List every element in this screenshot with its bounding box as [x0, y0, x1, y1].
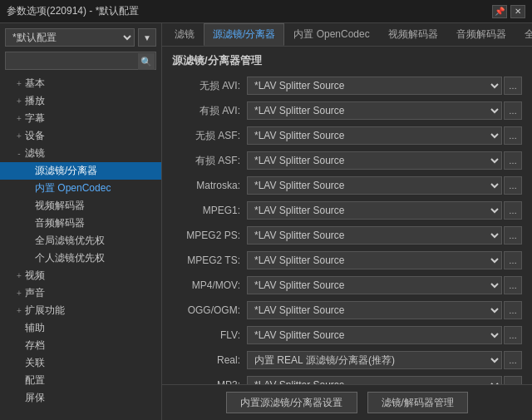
- expand-icon-extend: +: [13, 306, 25, 315]
- tab-video[interactable]: 视频解码器: [379, 23, 447, 46]
- profile-selector: *默认配置 ▼: [0, 23, 161, 50]
- tree-item-extend[interactable]: +扩展功能: [0, 302, 161, 319]
- close-button[interactable]: ✕: [510, 5, 525, 18]
- form-extra-btn-6[interactable]: …: [504, 226, 522, 245]
- tree-item-filter-video[interactable]: 视频解码器: [0, 197, 161, 215]
- form-select-0[interactable]: *LAV Splitter Source: [247, 77, 502, 95]
- form-row-5: MPEG1:*LAV Splitter Source…: [172, 200, 522, 221]
- tree-label-audio: 声音: [25, 286, 45, 300]
- tree-item-screen[interactable]: 屏保: [0, 389, 161, 407]
- form-select-12[interactable]: *LAV Splitter Source: [247, 376, 502, 384]
- bottom-buttons: 内置源滤镜/分离器设置 滤镜/解码器管理: [162, 384, 532, 420]
- form-extra-btn-10[interactable]: …: [504, 326, 522, 344]
- tree-item-config[interactable]: 配置: [0, 372, 161, 389]
- form-extra-btn-12[interactable]: …: [504, 376, 522, 384]
- form-select-2[interactable]: *LAV Splitter Source: [247, 126, 502, 145]
- form-control-group-12: *LAV Splitter Source…: [247, 376, 522, 384]
- profile-action-button[interactable]: ▼: [138, 28, 156, 47]
- title-bar-buttons: 📌 ✕: [492, 5, 525, 18]
- form-select-11[interactable]: 内置 REAL 源滤镜/分离器(推荐): [247, 351, 502, 369]
- form-select-9[interactable]: *LAV Splitter Source: [247, 301, 502, 319]
- form-row-11: Real:内置 REAL 源滤镜/分离器(推荐)…: [172, 349, 522, 371]
- tree-label-filter-global: 全局滤镜优先权: [35, 234, 105, 248]
- form-control-group-5: *LAV Splitter Source…: [247, 201, 522, 220]
- tree-label-device: 设备: [25, 129, 45, 143]
- tree-item-subtitle[interactable]: +字幕: [0, 110, 161, 127]
- search-button[interactable]: 🔍: [138, 53, 155, 70]
- tree-item-aux[interactable]: 辅助: [0, 319, 161, 337]
- form-select-10[interactable]: *LAV Splitter Source: [247, 326, 502, 344]
- tree-item-basic[interactable]: +基本: [0, 75, 161, 92]
- form-row-0: 无损 AVI:*LAV Splitter Source…: [172, 75, 522, 96]
- tree-label-filter: 滤镜: [25, 146, 45, 161]
- form-control-group-0: *LAV Splitter Source…: [247, 77, 522, 95]
- tree-item-filter-audio[interactable]: 音频解码器: [0, 215, 161, 232]
- form-label-7: MPEG2 TS:: [172, 254, 247, 266]
- form-extra-btn-5[interactable]: …: [504, 201, 522, 220]
- tab-all[interactable]: 全: [515, 23, 532, 46]
- form-label-1: 有损 AVI:: [172, 104, 247, 118]
- form-label-9: OGG/OGM:: [172, 304, 247, 316]
- builtin-settings-button[interactable]: 内置源滤镜/分离器设置: [226, 392, 357, 413]
- expand-icon-device: +: [13, 131, 25, 141]
- form-control-group-7: *LAV Splitter Source…: [247, 251, 522, 269]
- tree-label-aux: 辅助: [25, 321, 45, 335]
- tab-splitter[interactable]: 源滤镜/分离器: [204, 23, 284, 46]
- tree-item-filter-splitter[interactable]: 源滤镜/分离器: [0, 162, 161, 180]
- tree-item-video[interactable]: +视频: [0, 267, 161, 284]
- expand-icon-play: +: [13, 96, 25, 106]
- right-panel: 滤镜源滤镜/分离器内置 OpenCodec视频解码器音频解码器全◀▶ 源滤镜/分…: [162, 23, 532, 420]
- tab-filter[interactable]: 滤镜: [165, 23, 204, 46]
- main-layout: *默认配置 ▼ 🔍 +基本+播放+字幕+设备-滤镜源滤镜/分离器内置 OpenC…: [0, 23, 532, 420]
- form-row-9: OGG/OGM:*LAV Splitter Source…: [172, 299, 522, 321]
- form-label-8: MP4/MOV:: [172, 279, 247, 291]
- form-extra-btn-7[interactable]: …: [504, 251, 522, 269]
- tree-item-device[interactable]: +设备: [0, 127, 161, 145]
- form-label-5: MPEG1:: [172, 205, 247, 216]
- form-row-10: FLV:*LAV Splitter Source…: [172, 324, 522, 346]
- tree-item-filter-opencodec[interactable]: 内置 OpenCodec: [0, 180, 161, 197]
- tree-item-storage[interactable]: 存档: [0, 337, 161, 354]
- form-label-0: 无损 AVI:: [172, 79, 247, 93]
- form-extra-btn-1[interactable]: …: [504, 101, 522, 120]
- manage-button[interactable]: 滤镜/解码器管理: [367, 392, 468, 413]
- tree-label-config: 配置: [25, 373, 45, 388]
- form-control-group-4: *LAV Splitter Source…: [247, 176, 522, 195]
- form-label-11: Real:: [172, 354, 247, 366]
- form-extra-btn-4[interactable]: …: [504, 176, 522, 195]
- form-extra-btn-2[interactable]: …: [504, 126, 522, 145]
- form-row-2: 无损 ASF:*LAV Splitter Source…: [172, 125, 522, 146]
- tab-opencodec[interactable]: 内置 OpenCodec: [284, 23, 378, 46]
- form-select-6[interactable]: *LAV Splitter Source: [247, 226, 502, 245]
- tree-label-extend: 扩展功能: [25, 304, 65, 318]
- form-extra-btn-3[interactable]: …: [504, 151, 522, 170]
- tree-item-audio[interactable]: +声音: [0, 284, 161, 302]
- tab-audio[interactable]: 音频解码器: [447, 23, 515, 46]
- sidebar: *默认配置 ▼ 🔍 +基本+播放+字幕+设备-滤镜源滤镜/分离器内置 OpenC…: [0, 23, 162, 420]
- form-select-7[interactable]: *LAV Splitter Source: [247, 251, 502, 269]
- form-extra-btn-11[interactable]: …: [504, 351, 522, 369]
- profile-dropdown[interactable]: *默认配置: [5, 28, 135, 47]
- form-select-8[interactable]: *LAV Splitter Source: [247, 276, 502, 294]
- search-input[interactable]: [5, 52, 156, 70]
- form-select-1[interactable]: *LAV Splitter Source: [247, 101, 502, 120]
- form-select-5[interactable]: *LAV Splitter Source: [247, 201, 502, 220]
- form-select-3[interactable]: *LAV Splitter Source: [247, 151, 502, 170]
- tree-item-play[interactable]: +播放: [0, 92, 161, 110]
- form-extra-btn-8[interactable]: …: [504, 276, 522, 294]
- pin-button[interactable]: 📌: [492, 5, 507, 18]
- form-extra-btn-9[interactable]: …: [504, 301, 522, 319]
- expand-icon-filter: -: [13, 149, 25, 158]
- tree-item-shortcut[interactable]: 关联: [0, 354, 161, 372]
- tree-item-filter[interactable]: -滤镜: [0, 145, 161, 162]
- form-row-1: 有损 AVI:*LAV Splitter Source…: [172, 100, 522, 121]
- form-select-4[interactable]: *LAV Splitter Source: [247, 176, 502, 195]
- form-label-2: 无损 ASF:: [172, 129, 247, 143]
- tree-item-filter-personal[interactable]: 个人滤镜优先权: [0, 250, 161, 267]
- form-control-group-9: *LAV Splitter Source…: [247, 301, 522, 319]
- form-row-7: MPEG2 TS:*LAV Splitter Source…: [172, 250, 522, 271]
- tree-label-video: 视频: [25, 269, 45, 283]
- tabs-bar: 滤镜源滤镜/分离器内置 OpenCodec视频解码器音频解码器全◀▶: [162, 23, 532, 47]
- form-extra-btn-0[interactable]: …: [504, 77, 522, 95]
- tree-item-filter-global[interactable]: 全局滤镜优先权: [0, 232, 161, 250]
